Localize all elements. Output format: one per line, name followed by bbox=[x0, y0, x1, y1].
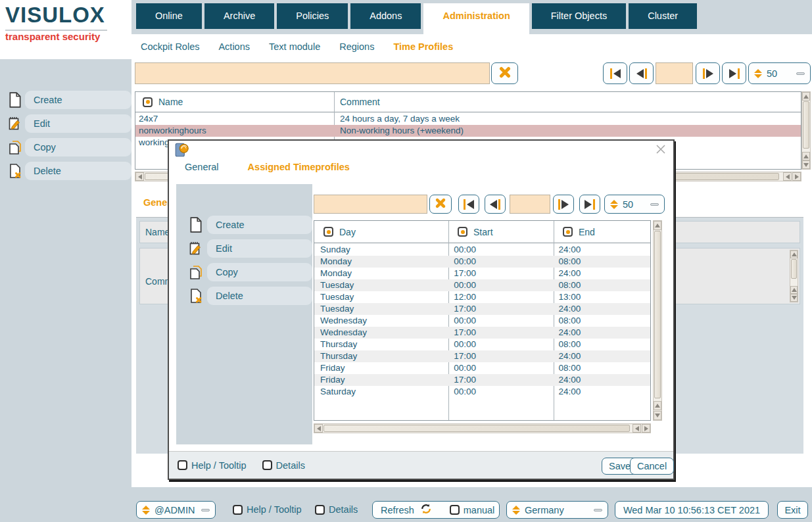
dialog-close-icon[interactable] bbox=[655, 143, 667, 158]
dialog-first-page-button[interactable] bbox=[458, 195, 479, 214]
page-size-value: 50 bbox=[767, 68, 777, 79]
page-size-select[interactable]: 50 bbox=[748, 62, 811, 84]
menu-item-delete[interactable]: Delete bbox=[176, 287, 312, 305]
cell-end: 24:00 bbox=[553, 350, 650, 362]
user-select[interactable]: @ADMIN bbox=[136, 501, 216, 519]
column-header-start[interactable]: Start bbox=[473, 227, 493, 237]
details-label: Details bbox=[329, 504, 358, 515]
table-row[interactable]: Saturday00:0024:00 bbox=[314, 386, 650, 398]
cell-day: Sunday bbox=[314, 244, 448, 256]
table-row[interactable]: Thursday00:0008:00 bbox=[314, 339, 650, 350]
refresh-group: Refresh manual bbox=[372, 501, 500, 519]
user-value: @ADMIN bbox=[155, 505, 195, 515]
table-row[interactable]: Monday17:0024:00 bbox=[314, 268, 650, 279]
first-page-button[interactable] bbox=[603, 62, 627, 84]
manual-checkbox[interactable] bbox=[450, 505, 460, 515]
subtab-actions[interactable]: Actions bbox=[218, 34, 250, 59]
help-tooltip-checkbox[interactable] bbox=[233, 505, 243, 515]
tab-cluster[interactable]: Cluster bbox=[629, 3, 697, 29]
table-row[interactable]: Sunday00:0024:00 bbox=[314, 244, 650, 256]
menu-item-create[interactable]: Create bbox=[176, 216, 312, 234]
table-vertical-scrollbar[interactable] bbox=[801, 91, 811, 170]
comment-scrollbar[interactable] bbox=[790, 250, 798, 302]
dialog-clear-search-button[interactable] bbox=[429, 195, 452, 214]
subtab-regions[interactable]: Regions bbox=[339, 34, 374, 59]
subtab-text-module[interactable]: Text module bbox=[269, 34, 320, 59]
datetime-display[interactable]: Wed Mar 10 10:56:13 CET 2021 bbox=[615, 501, 769, 519]
region-select[interactable]: Germany bbox=[506, 501, 608, 519]
search-input[interactable] bbox=[135, 62, 490, 84]
brand-tagline: transparent security bbox=[5, 31, 100, 42]
next-page-button[interactable] bbox=[696, 62, 720, 84]
table-row[interactable]: Thursday17:0024:00 bbox=[314, 350, 650, 362]
cell-start: 00:00 bbox=[448, 244, 552, 256]
column-header-comment[interactable]: Comment bbox=[340, 97, 380, 107]
menu-item-edit[interactable]: Edit bbox=[176, 239, 312, 258]
subtab-cockpit-roles[interactable]: Cockpit Roles bbox=[141, 34, 199, 59]
menu-item-create[interactable]: Create bbox=[0, 91, 131, 109]
tab-addons[interactable]: Addons bbox=[350, 3, 421, 29]
column-select-icon[interactable] bbox=[563, 227, 573, 237]
cell-start: 00:00 bbox=[448, 362, 552, 374]
dialog-page-size-select[interactable]: 50 bbox=[604, 195, 665, 214]
cell-end: 24:00 bbox=[553, 268, 650, 279]
dialog-table-vertical-scrollbar[interactable] bbox=[653, 220, 662, 421]
tab-filter-objects[interactable]: Filter Objects bbox=[532, 3, 626, 29]
details-checkbox[interactable] bbox=[315, 505, 325, 515]
table-row[interactable]: nonworkinghoursNon-working hours (+weeke… bbox=[135, 125, 801, 137]
copy-icon bbox=[8, 139, 22, 155]
menu-item-edit[interactable]: Edit bbox=[0, 114, 131, 133]
dialog-tab-assigned-timeprofiles[interactable]: Assigned Timeprofiles bbox=[248, 162, 350, 172]
column-header-name[interactable]: Name bbox=[158, 97, 183, 107]
column-header-day[interactable]: Day bbox=[339, 227, 356, 237]
dialog-table-horizontal-scrollbar[interactable] bbox=[314, 423, 651, 433]
table-row[interactable]: Tuesday00:0008:00 bbox=[314, 279, 650, 291]
cell-day: Tuesday bbox=[314, 303, 448, 315]
menu-item-copy[interactable]: Copy bbox=[176, 263, 312, 281]
details-checkbox[interactable] bbox=[262, 460, 272, 470]
table-row[interactable]: Monday00:0008:00 bbox=[314, 256, 650, 268]
dialog-search-input[interactable] bbox=[314, 195, 427, 214]
refresh-button[interactable]: Refresh bbox=[381, 505, 414, 515]
dialog-previous-page-button[interactable] bbox=[485, 195, 506, 214]
exit-button[interactable]: Exit bbox=[777, 501, 808, 519]
dialog-details-option: Details bbox=[262, 460, 305, 471]
table-row[interactable]: Friday00:0008:00 bbox=[314, 362, 650, 374]
subtab-time-profiles[interactable]: Time Profiles bbox=[393, 34, 453, 59]
spinner-icon bbox=[754, 69, 762, 78]
table-row[interactable]: Friday17:0024:00 bbox=[314, 374, 650, 386]
sub-tab-bar: Cockpit RolesActionsText moduleRegionsTi… bbox=[131, 34, 812, 59]
table-row[interactable]: Tuesday12:0013:00 bbox=[314, 291, 650, 303]
table-row[interactable]: Wednesday00:0008:00 bbox=[314, 315, 650, 327]
column-select-icon[interactable] bbox=[323, 227, 333, 237]
clear-search-button[interactable] bbox=[491, 62, 518, 84]
menu-item-label: Copy bbox=[25, 138, 131, 156]
refresh-icon[interactable] bbox=[419, 502, 433, 517]
table-row[interactable]: Wednesday17:0024:00 bbox=[314, 327, 650, 339]
cell-day: Monday bbox=[314, 256, 448, 268]
dialog-next-page-button[interactable] bbox=[553, 195, 574, 214]
column-select-icon[interactable] bbox=[143, 97, 153, 107]
dialog-page-number-input[interactable] bbox=[510, 195, 550, 214]
logo-panel: VISULOX transparent security bbox=[0, 0, 131, 59]
copy-icon bbox=[189, 264, 203, 280]
dialog-tab-general[interactable]: General bbox=[185, 162, 219, 172]
column-select-icon[interactable] bbox=[458, 227, 467, 237]
help-tooltip-checkbox[interactable] bbox=[178, 460, 187, 470]
page-number-input[interactable] bbox=[656, 62, 693, 84]
previous-page-button[interactable] bbox=[629, 62, 654, 84]
manual-option: manual bbox=[450, 505, 495, 515]
menu-item-delete[interactable]: Delete bbox=[0, 162, 131, 180]
menu-item-copy[interactable]: Copy bbox=[0, 138, 131, 156]
last-page-button[interactable] bbox=[722, 62, 746, 84]
tab-archive[interactable]: Archive bbox=[204, 3, 274, 29]
column-header-end[interactable]: End bbox=[579, 227, 595, 237]
cell-day: Wednesday bbox=[314, 315, 448, 327]
cancel-button[interactable]: Cancel bbox=[630, 458, 674, 475]
tab-administration[interactable]: Administration bbox=[423, 3, 529, 34]
dialog-last-page-button[interactable] bbox=[579, 195, 600, 214]
tab-online[interactable]: Online bbox=[136, 3, 202, 29]
table-row[interactable]: Tuesday17:0024:00 bbox=[314, 303, 650, 315]
table-row[interactable]: 24x724 hours a day, 7 days a week bbox=[135, 113, 801, 125]
tab-policies[interactable]: Policies bbox=[277, 3, 348, 29]
